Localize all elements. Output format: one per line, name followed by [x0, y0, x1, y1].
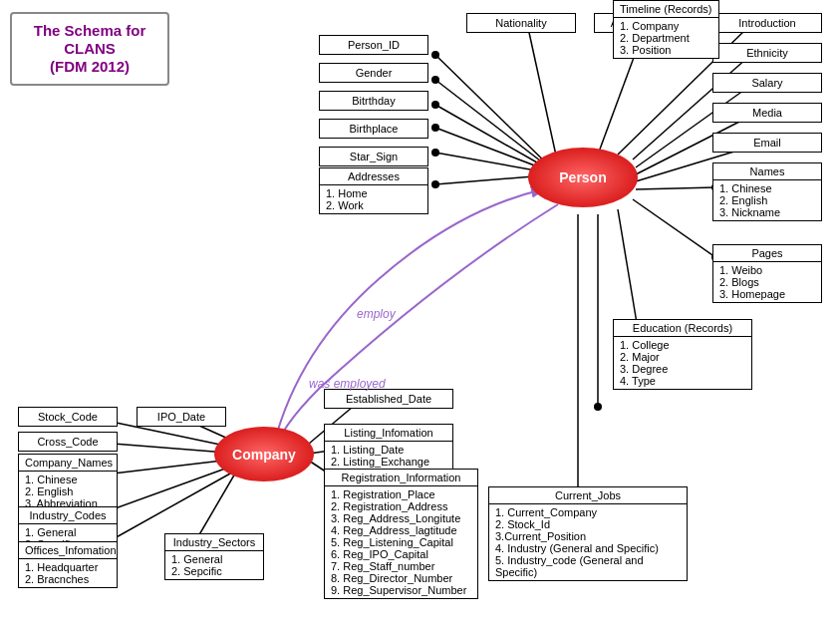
svg-line-0 — [435, 55, 558, 174]
pages-items: 1. Weibo 2. Blogs 3. Homepage — [713, 262, 821, 302]
addresses-box: Addresses 1. Home 2. Work — [319, 167, 428, 214]
svg-line-31 — [618, 209, 638, 329]
established-date-box: Established_Date — [324, 389, 453, 409]
svg-point-9 — [431, 149, 439, 157]
offices-info-title: Offices_Infomation — [19, 542, 117, 559]
svg-point-34 — [594, 403, 602, 411]
company-oval: Company — [214, 427, 314, 481]
current-jobs-title: Current_Jobs — [489, 487, 687, 504]
addresses-title: Addresses — [320, 168, 427, 185]
company-label: Company — [232, 447, 296, 463]
birthplace-box: Birthplace — [319, 119, 428, 139]
ipo-date-box: IPO_Date — [137, 407, 226, 427]
nationality-box: Nationality — [466, 13, 576, 33]
company-names-box: Company_Names 1. Chinese 2. English 3. A… — [18, 454, 118, 512]
company-names-items: 1. Chinese 2. English 3. Abbreviation — [19, 472, 117, 511]
star-sign-box: Star_Sign — [319, 147, 428, 166]
industry-sectors-title: Industry_Sectors — [165, 534, 263, 551]
names-items: 1. Chinese 2. English 3. Nickname — [713, 180, 821, 220]
education-items: 1. College 2. Major 3. Degree 4. Type — [614, 337, 751, 389]
email-box: Email — [712, 133, 822, 153]
title-text: The Schema for CLANS (FDM 2012) — [34, 22, 146, 75]
cross-code-box: Cross_Code — [18, 432, 118, 452]
names-box: Names 1. Chinese 2. English 3. Nickname — [712, 162, 822, 221]
diagram: The Schema for CLANS (FDM 2012) Person C… — [0, 0, 840, 635]
person-oval: Person — [528, 148, 638, 207]
registration-info-items: 1. Registration_Place 2. Registration_Ad… — [325, 486, 477, 598]
svg-point-3 — [431, 76, 439, 84]
media-box: Media — [712, 103, 822, 123]
registration-info-box: Registration_Information 1. Registration… — [324, 469, 478, 599]
addresses-items: 1. Home 2. Work — [320, 185, 427, 213]
person-label: Person — [559, 169, 606, 185]
salary-box: Salary — [712, 73, 822, 93]
person-id-box: Person_ID — [319, 35, 428, 55]
svg-point-5 — [431, 101, 439, 109]
introduction-box: Introduction — [712, 13, 822, 33]
current-jobs-box: Current_Jobs 1. Current_Company 2. Stock… — [488, 486, 688, 581]
names-title: Names — [713, 163, 821, 180]
offices-info-box: Offices_Infomation 1. Headquarter 2. Bra… — [18, 541, 118, 588]
company-names-title: Company_Names — [19, 455, 117, 472]
svg-point-1 — [431, 51, 439, 59]
industry-codes-title: Industry_Codes — [19, 507, 117, 524]
employ-label: employ — [357, 307, 396, 321]
timeline-items: 1. Company 2. Department 3. Position — [614, 18, 718, 58]
stock-code-box: Stock_Code — [18, 407, 118, 427]
svg-line-49 — [194, 467, 239, 543]
timeline-title: Timeline (Records) — [614, 1, 718, 18]
offices-info-items: 1. Headquarter 2. Bracnches — [19, 559, 117, 587]
ethnicity-box: Ethnicity — [712, 43, 822, 63]
listing-info-items: 1. Listing_Date 2. Listing_Exchange — [325, 442, 452, 470]
svg-point-7 — [431, 124, 439, 132]
pages-title: Pages — [713, 245, 821, 262]
industry-sectors-box: Industry_Sectors 1. General 2. Sepcific — [164, 533, 264, 580]
svg-line-27 — [636, 187, 715, 189]
timeline-box: Timeline (Records) 1. Company 2. Departm… — [613, 0, 719, 59]
svg-line-29 — [633, 199, 715, 257]
listing-info-box: Listing_Infomation 1. Listing_Date 2. Li… — [324, 424, 453, 471]
gender-box: Gender — [319, 63, 428, 83]
education-box: Education (Records) 1. College 2. Major … — [613, 319, 752, 390]
was-employed-label: was employed — [309, 377, 386, 391]
industry-sectors-items: 1. General 2. Sepcific — [165, 551, 263, 579]
birthday-box: Bitrthday — [319, 91, 428, 111]
registration-info-title: Registration_Information — [325, 470, 477, 486]
svg-line-13 — [528, 28, 558, 164]
current-jobs-items: 1. Current_Company 2. Stock_Id 3.Current… — [489, 504, 687, 580]
listing-info-title: Listing_Infomation — [325, 425, 452, 442]
title-box: The Schema for CLANS (FDM 2012) — [10, 12, 169, 86]
svg-line-21 — [636, 88, 747, 167]
pages-box: Pages 1. Weibo 2. Blogs 3. Homepage — [712, 244, 822, 303]
svg-point-12 — [431, 180, 439, 188]
education-title: Education (Records) — [614, 320, 751, 337]
